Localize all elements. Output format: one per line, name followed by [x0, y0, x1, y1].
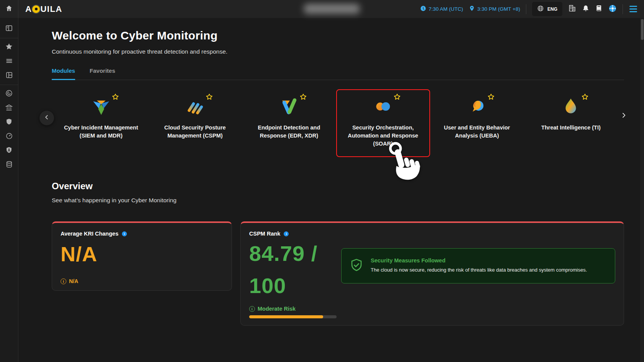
module-label: Threat Intelligence (TI): [541, 124, 601, 132]
main-menu-button[interactable]: [629, 4, 638, 14]
notifications-button[interactable]: [582, 5, 590, 14]
edr-logo-icon: [279, 97, 299, 116]
utc-time-label: 7:30 AM (UTC): [429, 6, 463, 12]
clock-icon: [420, 5, 426, 13]
bank-icon: [5, 103, 13, 113]
gauge-icon: [5, 132, 13, 141]
favorite-star-icon[interactable]: [581, 93, 589, 102]
sidebar-item-list[interactable]: [0, 54, 18, 69]
sidebar-divider: [0, 38, 18, 38]
topbar-right: 7:30 AM (UTC) 3:30 PM (GMT +8) ENG: [420, 2, 644, 16]
module-card-ueba[interactable]: User and Entity Behavior Analysis (UEBA): [430, 89, 524, 157]
risk-footer: Moderate Risk: [249, 306, 337, 318]
cspm-card-header: CSPM Rank: [249, 231, 615, 237]
sidebar-item-soar[interactable]: [0, 129, 18, 144]
module-card-soar[interactable]: Security Orchestration, Automation and R…: [336, 89, 430, 157]
module-icon-wrap: [561, 97, 580, 117]
module-icon-wrap: [467, 97, 486, 117]
module-icon-wrap: [186, 97, 205, 117]
kri-card-header: Average KRI Changes: [61, 231, 223, 237]
book-icon: [595, 5, 603, 13]
kri-footnote: N/A: [61, 278, 78, 284]
favorite-star-icon[interactable]: [299, 93, 307, 102]
overview-subtitle: See what’s happening in your Cyber Monit…: [52, 197, 624, 204]
carousel-prev-button[interactable]: [39, 111, 54, 125]
logo-text-a: A: [25, 4, 32, 14]
cspm-card: CSPM Rank 84.79 / 100 Security Measures …: [240, 221, 624, 326]
dashboard-layout-icon: [5, 71, 13, 80]
soar-logo-icon: [373, 97, 393, 116]
shield-user-icon: [5, 146, 13, 155]
page-subtitle: Continuous monitoring for proactive thre…: [52, 48, 624, 55]
module-card-ti[interactable]: Threat Intelligence (TI): [524, 89, 618, 157]
tab-modules[interactable]: Modules: [52, 67, 75, 80]
tab-favorites[interactable]: Favorites: [90, 67, 115, 80]
sidebar-item-ueba[interactable]: [0, 144, 18, 158]
info-outline-icon: [249, 306, 255, 312]
shield-icon: [5, 118, 13, 127]
cspm-main: 84.79 / 100 Security Measures Followed T…: [249, 238, 615, 302]
carousel-next-button[interactable]: [618, 112, 629, 120]
favorite-star-icon[interactable]: [393, 93, 401, 102]
security-alert: Security Measures Followed The cloud is …: [341, 248, 615, 283]
language-label: ENG: [547, 7, 557, 12]
topbar-divider: [623, 4, 623, 14]
overview-title: Overview: [52, 181, 624, 192]
redacted-org-name: [304, 4, 360, 14]
module-icon-wrap: [279, 97, 299, 117]
page-scrollbar[interactable]: [640, 18, 644, 362]
sidebar-item-siem[interactable]: [0, 87, 18, 101]
scrollbar-thumb[interactable]: [641, 19, 644, 40]
kri-card-title: Average KRI Changes: [61, 231, 118, 237]
module-label: Cloud Security Posture Management (CSPM): [155, 124, 235, 140]
risk-label: Moderate Risk: [258, 306, 296, 312]
favorite-star-icon[interactable]: [487, 93, 495, 102]
info-outline-icon: [61, 278, 66, 284]
radar-icon: [5, 89, 13, 99]
ti-logo-icon: [561, 97, 580, 116]
sidebar-item-favorites[interactable]: [0, 40, 18, 54]
topbar: AUILA 7:30 AM (UTC) 3:30 PM (GMT +8) ENG: [0, 0, 644, 18]
sidebar-item-ti[interactable]: [0, 158, 18, 172]
module-icon-wrap: [373, 97, 393, 117]
bell-icon: [582, 5, 590, 14]
alert-body: The cloud is now secure, reducing the ri…: [371, 266, 607, 274]
building-icon: [568, 4, 576, 14]
risk-label-row: Moderate Risk: [249, 306, 337, 312]
favorite-star-icon[interactable]: [112, 93, 119, 102]
favorite-star-icon[interactable]: [205, 93, 213, 102]
module-carousel: Cyber Incident Management (SIEM and MDR)…: [39, 89, 629, 157]
info-icon[interactable]: [122, 231, 127, 236]
main-content: Welcome to Cyber Monitoring Continuous m…: [18, 18, 644, 362]
topbar-divider: [526, 4, 526, 14]
logo-q-icon: [32, 5, 40, 13]
home-icon: [5, 5, 13, 13]
support-button[interactable]: [608, 4, 617, 14]
utc-time: 7:30 AM (UTC): [420, 5, 463, 13]
chevron-left-icon: [44, 115, 49, 121]
alert-texts: Security Measures Followed The cloud is …: [371, 257, 607, 274]
kri-card: Average KRI Changes N/A N/A: [52, 221, 232, 291]
sidebar-item-dashboards[interactable]: [0, 69, 18, 83]
cspm-logo-icon: [186, 97, 205, 116]
map-pin-icon: [469, 5, 475, 13]
sidebar-item-cspm[interactable]: [0, 101, 18, 115]
local-time: 3:30 PM (GMT +8): [469, 5, 520, 13]
module-card-siem[interactable]: Cyber Incident Management (SIEM and MDR): [54, 89, 148, 157]
sidebar-panel-toggle[interactable]: [0, 22, 18, 36]
organization-button[interactable]: [568, 4, 576, 14]
cspm-card-title: CSPM Rank: [249, 231, 280, 237]
sidebar-item-edr[interactable]: [0, 115, 18, 129]
home-button[interactable]: [0, 0, 18, 18]
risk-progress-bar: [249, 315, 337, 318]
language-selector[interactable]: ENG: [532, 2, 562, 16]
module-label: Security Orchestration, Automation and R…: [343, 124, 423, 148]
alert-title: Security Measures Followed: [371, 257, 607, 264]
module-card-cspm[interactable]: Cloud Security Posture Management (CSPM): [148, 89, 242, 157]
app-logo[interactable]: AUILA: [25, 4, 62, 14]
tab-bar: Modules Favorites: [52, 67, 624, 80]
info-icon[interactable]: [284, 231, 289, 236]
module-card-edr[interactable]: Endpoint Detection and Response (EDR, XD…: [242, 89, 336, 157]
documentation-button[interactable]: [595, 5, 603, 13]
module-track: Cyber Incident Management (SIEM and MDR)…: [54, 89, 618, 157]
